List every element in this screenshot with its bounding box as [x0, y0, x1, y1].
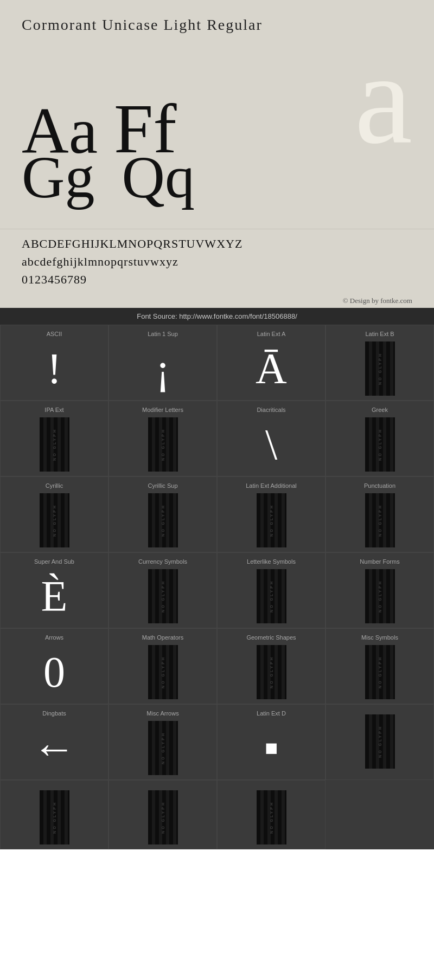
glyph-gg: Gg — [22, 147, 94, 207]
no-glyph-box: NO GLYPH — [148, 493, 178, 547]
no-glyph-box: NO GLYPH — [365, 341, 395, 396]
source-bar: Font Source: http://www.fontke.com/font/… — [0, 308, 434, 325]
glyph-cell-top-label: Dingbats — [42, 710, 66, 717]
glyph-character-small: ■ — [265, 721, 278, 775]
glyph-cell-top-label: Super And Sub — [34, 558, 74, 565]
glyph-cell: Diacriticals\ — [217, 401, 326, 476]
glyph-cell-top-label: Diacriticals — [257, 407, 285, 413]
digits: 0123456789 — [22, 270, 412, 288]
glyph-cell-top-label: Latin Ext B — [365, 331, 394, 337]
glyph-cell: GreekNO GLYPH — [326, 401, 434, 476]
no-glyph-box: NO GLYPH — [365, 714, 395, 769]
no-glyph-box: NO GLYPH — [40, 790, 69, 844]
glyph-cell-top-label: Cyrillic — [46, 482, 63, 489]
glyph-cell: Cyrillic SupNO GLYPH — [108, 476, 217, 552]
no-glyph-box: NO GLYPH — [365, 569, 395, 623]
font-title: Cormorant Unicase Light Regular — [22, 16, 412, 34]
glyph-cell: Super And SubÈ — [0, 552, 108, 628]
glyph-cell-top-label: Latin Ext A — [257, 331, 286, 337]
glyph-grid: ASCII!Latin 1 Sup¡Latin Ext AĀLatin Ext … — [0, 325, 434, 849]
glyph-cell: NO GLYPH — [217, 780, 326, 849]
no-glyph-box: NO GLYPH — [257, 493, 286, 547]
glyph-cell-top-label: Letterlike Symbols — [247, 558, 296, 565]
glyph-cell: CyrillicNO GLYPH — [0, 476, 108, 552]
glyph-grid-section: ASCII!Latin 1 Sup¡Latin Ext AĀLatin Ext … — [0, 325, 434, 849]
alphabet-lower: abcdefghijklmnopqrstuvwxyz — [22, 253, 412, 270]
glyph-character: ← — [33, 721, 76, 775]
glyph-character: ! — [47, 341, 62, 396]
glyph-cell: ASCII! — [0, 325, 108, 401]
no-glyph-box: NO GLYPH — [40, 417, 69, 472]
no-glyph-box: NO GLYPH — [257, 790, 286, 844]
glyph-cell: Letterlike SymbolsNO GLYPH — [217, 552, 326, 628]
glyph-cell-top-label: Number Forms — [360, 558, 399, 565]
glyph-character: È — [41, 569, 68, 623]
glyph-cell: Misc SymbolsNO GLYPH — [326, 628, 434, 704]
glyph-cell-top-label: Greek — [372, 407, 388, 413]
glyph-cell: PunctuationNO GLYPH — [326, 476, 434, 552]
source-text: Font Source: http://www.fontke.com/font/… — [137, 312, 297, 320]
preview-section: Cormorant Unicase Light Regular Aa Ff a … — [0, 0, 434, 229]
no-glyph-box: NO GLYPH — [257, 645, 286, 699]
glyph-qq: Qq — [122, 147, 194, 207]
glyph-cell-top-label: Punctuation — [364, 482, 395, 489]
no-glyph-box: NO GLYPH — [148, 569, 178, 623]
glyph-cell-top-label: Currency Symbols — [138, 558, 187, 565]
glyph-cell: Arrows0 — [0, 628, 108, 704]
no-glyph-box: NO GLYPH — [148, 645, 178, 699]
glyph-cell-top-label: Arrows — [45, 634, 63, 641]
no-glyph-box: NO GLYPH — [257, 569, 286, 623]
glyph-cell: Latin Ext AĀ — [217, 325, 326, 401]
no-glyph-box: NO GLYPH — [148, 790, 178, 844]
glyph-cell: Math OperatorsNO GLYPH — [108, 628, 217, 704]
glyph-a-large: a — [354, 34, 412, 164]
glyph-cell: Currency SymbolsNO GLYPH — [108, 552, 217, 628]
glyph-cell: Number FormsNO GLYPH — [326, 552, 434, 628]
alphabet-section: ABCDEFGHIJKLMNOPQRSTUVWXYZ abcdefghijklm… — [0, 229, 434, 294]
glyph-cell: NO GLYPH — [0, 780, 108, 849]
glyph-cell: Misc ArrowsNO GLYPH — [108, 704, 217, 780]
glyph-cell-top-label: Latin Ext D — [257, 710, 286, 717]
glyph-cell-top-label: Geometric Shapes — [246, 634, 296, 641]
glyph-cell: Latin Ext BNO GLYPH — [326, 325, 434, 401]
no-glyph-box: NO GLYPH — [148, 417, 178, 472]
glyph-cell-top-label: Latin 1 Sup — [148, 331, 178, 337]
no-glyph-box: NO GLYPH — [365, 645, 395, 699]
glyph-character: Ā — [256, 341, 287, 396]
glyph-cell-top-label: Misc Symbols — [361, 634, 398, 641]
credit-text: © Design by fontke.com — [343, 296, 412, 305]
glyph-cell-top-label: Latin Ext Additional — [246, 482, 297, 489]
glyph-cell-top-label: Modifier Letters — [142, 407, 183, 413]
glyph-cell: Dingbats← — [0, 704, 108, 780]
glyph-character: ¡ — [156, 341, 170, 396]
alphabet-upper: ABCDEFGHIJKLMNOPQRSTUVWXYZ — [22, 235, 412, 253]
glyph-cell-top-label: IPA Ext — [44, 407, 63, 413]
glyph-cell-top-label: ASCII — [47, 331, 62, 337]
no-glyph-box: NO GLYPH — [365, 493, 395, 547]
glyph-cell-top-label: Cyrillic Sup — [148, 482, 177, 489]
glyph-cell: Latin Ext D■ — [217, 704, 326, 780]
glyph-cell: Geometric ShapesNO GLYPH — [217, 628, 326, 704]
glyph-cell-top-label: Math Operators — [142, 634, 183, 641]
glyph-cell-top-label: Misc Arrows — [146, 710, 178, 717]
glyph-character: 0 — [43, 645, 65, 699]
glyph-cell: Latin Ext AdditionalNO GLYPH — [217, 476, 326, 552]
glyph-cell: IPA ExtNO GLYPH — [0, 401, 108, 476]
glyph-cell: Latin 1 Sup¡ — [108, 325, 217, 401]
glyph-cell: NO GLYPH — [108, 780, 217, 849]
glyph-cell: Modifier LettersNO GLYPH — [108, 401, 217, 476]
credit-line: © Design by fontke.com — [0, 294, 434, 308]
no-glyph-box: NO GLYPH — [148, 721, 178, 775]
no-glyph-box: NO GLYPH — [40, 493, 69, 547]
glyph-cell: NO GLYPH — [326, 704, 434, 780]
no-glyph-box: NO GLYPH — [365, 417, 395, 472]
glyph-character: \ — [265, 417, 277, 472]
glyph-row-2: Gg Qq — [22, 147, 412, 207]
